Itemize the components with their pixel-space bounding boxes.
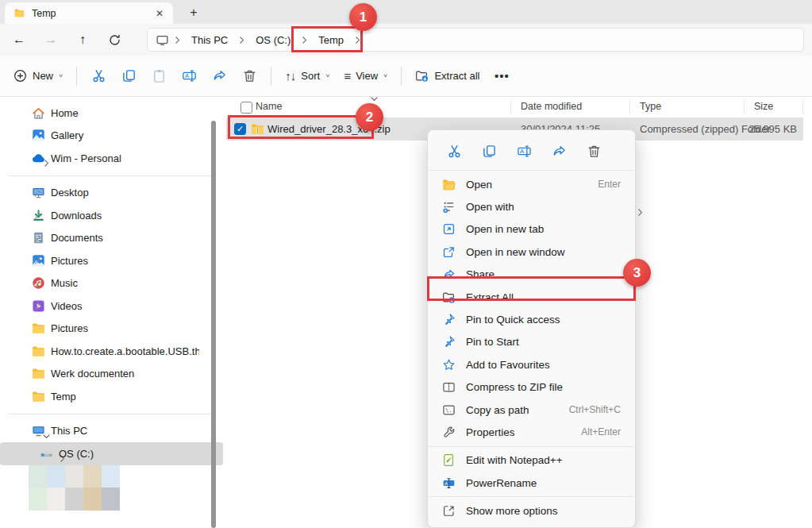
menu-item-open-in-new-window[interactable]: Open in new window [431, 241, 632, 263]
zip-icon [251, 122, 264, 136]
column-header-size[interactable]: Size [754, 101, 773, 112]
column-divider[interactable] [744, 100, 745, 114]
menu-item-shortcut: Enter [598, 179, 621, 190]
menu-item-open-in-new-tab[interactable]: Open in new tab [431, 218, 632, 241]
menu-item-share[interactable]: Share [431, 264, 632, 286]
sidebar-item-music[interactable]: Music [0, 272, 223, 295]
extract-icon [442, 291, 456, 304]
column-header-type[interactable]: Type [640, 101, 661, 112]
breadcrumb-item-os-c-[interactable]: OS (C:) [250, 32, 296, 48]
sidebar-item-label: Temp [51, 391, 199, 403]
open-with-icon [442, 200, 456, 214]
back-button[interactable]: ← [6, 28, 32, 52]
chevron-right-icon[interactable] [233, 35, 250, 45]
menu-separator [429, 496, 633, 497]
tab-close-icon[interactable]: ✕ [152, 6, 167, 21]
zip-compress-icon [442, 380, 456, 394]
sidebar-item-label: Pictures [51, 255, 199, 267]
paste-button[interactable] [144, 63, 174, 90]
sidebar-item-gallery[interactable]: Gallery [0, 125, 223, 148]
context-delete-button[interactable] [582, 141, 606, 161]
properties-icon [442, 426, 456, 439]
toolbar-separator [76, 67, 77, 86]
sidebar-item-documents[interactable]: Documents [0, 227, 223, 250]
chevron-right-icon[interactable] [296, 35, 313, 45]
sidebar-item-how-to-create-a-bootable-usb-thumb-drive-for[interactable]: How.to.create.a.bootable.USB.thumb.drive… [0, 340, 223, 363]
rename-button[interactable]: A [174, 63, 204, 90]
column-divider[interactable] [629, 100, 630, 114]
up-button[interactable]: ↑ [70, 28, 95, 52]
chevron-right-icon[interactable] [349, 35, 366, 45]
sidebar-item-this-pc[interactable]: This PC [0, 420, 223, 443]
sidebar-item-os-c-[interactable]: OS (C:) [0, 442, 223, 465]
breadcrumb-item-temp[interactable]: Temp [313, 32, 349, 48]
column-header-date-modified[interactable]: Date modified [521, 101, 582, 112]
copy-button[interactable] [114, 63, 144, 90]
tab-temp[interactable]: Temp ✕ [5, 2, 173, 24]
menu-item-copy-as-path[interactable]: \..Copy as pathCtrl+Shift+C [431, 399, 632, 421]
menu-item-powerrename[interactable]: APowerRename [431, 472, 632, 494]
sidebar-item-temp[interactable]: Temp [0, 385, 223, 408]
menu-item-pin-to-start[interactable]: Pin to Start [431, 331, 632, 353]
chevron-right-icon[interactable] [169, 35, 186, 45]
column-header-name[interactable]: Name [256, 101, 282, 112]
sidebar-item-pictures[interactable]: Pictures [0, 318, 223, 341]
extract-all-label: Extract all [434, 70, 479, 82]
menu-item-show-more-options[interactable]: Show more options [431, 499, 632, 522]
menu-item-edit-with-notepad[interactable]: Edit with Notepad++ [431, 449, 632, 472]
share-button[interactable] [204, 63, 234, 90]
menu-item-open[interactable]: OpenEnter [431, 173, 632, 195]
sidebar-item-desktop[interactable]: Desktop [0, 182, 223, 205]
file-size: 25.995 KB [749, 123, 797, 135]
context-copy-button[interactable] [477, 141, 501, 161]
sidebar-scrollbar[interactable] [211, 121, 216, 528]
folder-icon [32, 322, 45, 335]
menu-item-pin-to-quick-access[interactable]: Pin to Quick access [431, 308, 632, 330]
extract-all-button[interactable]: Extract all [408, 64, 487, 88]
sidebar-item-pictures[interactable]: Pictures [0, 249, 223, 272]
menu-item-add-to-favourites[interactable]: Add to Favourites [431, 353, 632, 376]
copy-icon [121, 68, 137, 83]
address-bar[interactable]: This PCOS (C:)Temp [147, 28, 804, 52]
column-divider[interactable] [802, 100, 803, 114]
sort-button[interactable]: ↑↓ Sort ˅ [278, 64, 337, 88]
sidebar-item-downloads[interactable]: Downloads [0, 204, 223, 227]
menu-item-label: PowerRename [466, 477, 537, 489]
sidebar-item-wim-personal[interactable]: Wim - Personal [0, 147, 223, 170]
refresh-icon [108, 33, 121, 47]
context-cut-button[interactable] [442, 141, 466, 161]
menu-item-properties[interactable]: PropertiesAlt+Enter [431, 421, 632, 443]
menu-item-compress-to-zip-file[interactable]: Compress to ZIP file [431, 376, 632, 399]
menu-item-shortcut: Alt+Enter [581, 426, 621, 437]
sidebar-item-hidden[interactable] [0, 488, 223, 511]
folder-icon [32, 345, 45, 358]
toolbar-separator [271, 67, 271, 86]
menu-item-extract-all[interactable]: Extract All... [431, 286, 632, 308]
context-share-button[interactable] [547, 141, 571, 161]
menu-item-open-with[interactable]: Open with [431, 195, 632, 218]
column-divider[interactable] [510, 100, 511, 114]
refresh-button[interactable] [102, 28, 127, 52]
cut-button[interactable] [83, 63, 114, 90]
sidebar-item-home[interactable]: Home [0, 102, 223, 125]
file-checkbox[interactable]: ✓ [234, 123, 246, 135]
view-button[interactable]: ≡ View ˅ [337, 64, 394, 88]
select-all-checkbox[interactable] [241, 102, 252, 114]
sidebar-item-werk-documenten[interactable]: Werk documenten [0, 363, 223, 386]
breadcrumb-item-this-pc[interactable]: This PC [186, 32, 233, 48]
context-rename-button[interactable]: A [512, 141, 536, 161]
copy-icon [482, 144, 497, 159]
see-more-button[interactable]: ••• [487, 63, 517, 90]
star-icon [442, 358, 456, 372]
forward-button[interactable]: → [38, 28, 63, 52]
plus-circle-icon [13, 69, 27, 83]
censored-item [29, 465, 120, 488]
delete-button[interactable] [234, 63, 264, 90]
new-tab-button[interactable]: + [184, 3, 203, 22]
sidebar-item-videos[interactable]: Videos [0, 295, 223, 318]
pin-icon [32, 210, 42, 221]
sidebar-item-hidden[interactable] [0, 465, 223, 488]
sidebar-item-label: Downloads [51, 210, 199, 222]
folder-icon [32, 367, 45, 380]
new-button[interactable]: New ˅ [6, 64, 70, 88]
